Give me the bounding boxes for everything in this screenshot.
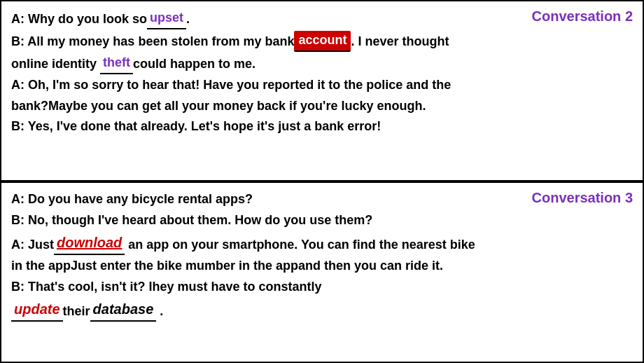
conversation-3-block: Conversation 3 A: Do you have any bicycl…: [0, 182, 644, 363]
c3-l3-text1: A: Just: [11, 238, 54, 252]
c2-l2-text1: B: All my money has been stolen from my …: [11, 34, 294, 48]
c2-blank-upset: upset: [147, 8, 186, 29]
c2-l4-text: A: Oh, I'm so sorry to hear that! Have y…: [11, 78, 451, 92]
c2-l2-text2: . I never thought: [351, 34, 449, 48]
c2-line5: bank?Maybe you can get all your money ba…: [11, 97, 633, 116]
c3-line5: B: That's cool, isn't it? Ihey must have…: [11, 278, 633, 297]
c2-l1-text1: A: Why do you look so: [11, 12, 147, 26]
c2-l1-text2: .: [186, 12, 190, 26]
c2-line2: B: All my money has been stolen from my …: [11, 31, 633, 52]
c3-line6: updatetheirdatabase .: [11, 299, 633, 322]
c2-blank-account: account: [294, 31, 351, 52]
c2-line3: online identity theftcould happen to me.: [11, 53, 633, 74]
c2-l5-text: bank?Maybe you can get all your money ba…: [11, 99, 426, 113]
c3-blank-download: download: [54, 232, 125, 255]
c3-l2-text: B: No, though I've heard about them. How…: [11, 213, 372, 227]
c2-blank-theft: theft: [100, 53, 133, 74]
c2-line6: B: Yes, I've done that already. Let's ho…: [11, 117, 633, 137]
c3-blank-database: database: [90, 299, 157, 322]
conversation-3-label: Conversation 3: [532, 190, 633, 206]
c3-l6-their: their: [63, 304, 90, 318]
c3-l3-text2: an app on your smartphone. You can find …: [125, 238, 475, 252]
conversation-2-block: Conversation 2 A: Why do you look soupse…: [0, 0, 644, 182]
c3-line4: in the appJust enter the bike mumber in …: [11, 256, 633, 276]
c3-blank-update: update: [11, 299, 63, 322]
c3-l4-text: in the appJust enter the bike mumber in …: [11, 259, 443, 273]
c3-line3: A: Justdownload an app on your smartphon…: [11, 232, 633, 255]
c2-l3-text2: could happen to me.: [133, 57, 255, 71]
page-container: Conversation 2 A: Why do you look soupse…: [0, 0, 644, 363]
c3-l1-text: A: Do you have any bicycle rental apps?: [11, 192, 253, 206]
c3-line2: B: No, though I've heard about them. How…: [11, 211, 633, 231]
c2-l3-text1: online identity: [11, 57, 100, 71]
c3-l5-text: B: That's cool, isn't it? Ihey must have…: [11, 280, 322, 294]
c2-line4: A: Oh, I'm so sorry to hear that! Have y…: [11, 76, 633, 95]
c3-l6-period: .: [156, 304, 163, 318]
conversation-2-label: Conversation 2: [532, 8, 633, 25]
c2-l6-text: B: Yes, I've done that already. Let's ho…: [11, 119, 381, 133]
